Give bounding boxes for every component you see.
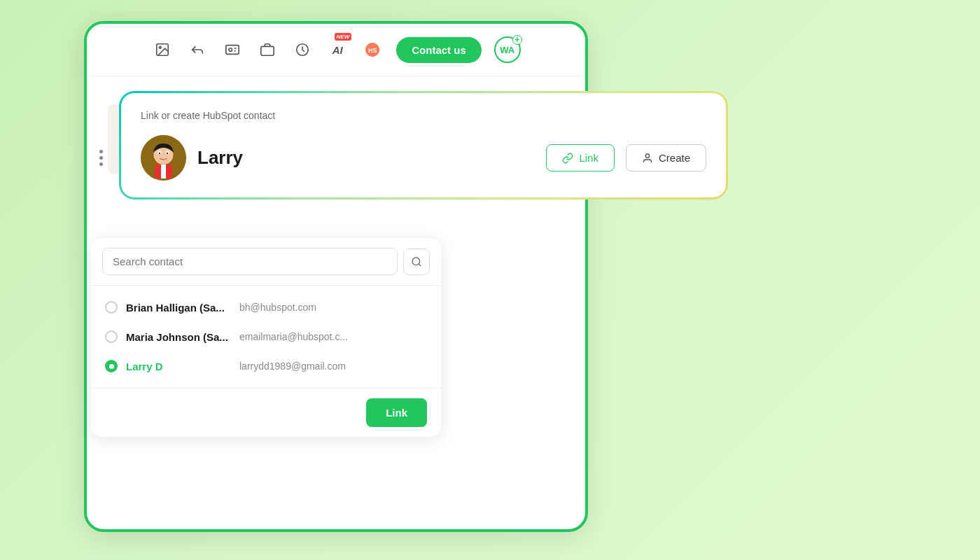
link-panel-border: Link or create HubSpot contact (119, 91, 728, 200)
link-panel-title: Link or create HubSpot contact (141, 110, 706, 121)
contact-card-icon[interactable] (221, 38, 244, 61)
svg-point-12 (159, 153, 160, 154)
svg-line-19 (419, 264, 421, 266)
search-panel-footer: Link (91, 388, 441, 437)
svg-text:HS: HS (368, 47, 377, 54)
contact-email-2: emailmaria@hubspot.c... (239, 331, 348, 342)
svg-point-3 (229, 48, 232, 52)
contact-name-1: Brian Halligan (Sa... (126, 302, 231, 314)
contact-item-2[interactable]: Maria Johnson (Sa... emailmaria@hubspot.… (91, 322, 441, 351)
search-panel: Brian Halligan (Sa... bh@hubspot.com Mar… (91, 238, 441, 437)
link-panel: Link or create HubSpot contact (121, 93, 726, 197)
contact-list: Brian Halligan (Sa... bh@hubspot.com Mar… (91, 286, 441, 388)
radio-3[interactable] (105, 360, 118, 372)
svg-rect-4 (261, 46, 274, 55)
contact-row: Larry Link Create (141, 135, 706, 181)
wa-plus-icon: + (512, 35, 522, 45)
radio-1[interactable] (105, 301, 118, 314)
briefcase-icon[interactable] (256, 38, 279, 61)
reply-icon[interactable] (186, 38, 209, 61)
ai-icon[interactable]: AI new (326, 38, 349, 61)
svg-rect-16 (161, 164, 166, 178)
radio-inner-3 (109, 364, 114, 369)
contact-name: Larry (197, 147, 535, 169)
search-input[interactable] (102, 248, 398, 275)
dot-2 (99, 156, 103, 160)
search-icon (411, 256, 422, 267)
create-button-label: Create (659, 152, 690, 164)
svg-point-1 (160, 46, 162, 48)
link-button-label: Link (579, 152, 598, 164)
image-icon[interactable] (151, 38, 174, 61)
wa-badge[interactable]: WA + (494, 36, 521, 63)
contact-name-3: Larry D (126, 360, 231, 372)
svg-point-17 (645, 154, 649, 158)
link-btn-green[interactable]: Link (366, 398, 427, 427)
link-icon (562, 153, 573, 164)
new-badge: new (335, 33, 352, 41)
contact-email-1: bh@hubspot.com (239, 302, 316, 313)
radio-2[interactable] (105, 330, 118, 343)
link-button[interactable]: Link (546, 144, 615, 172)
contact-item-3[interactable]: Larry D larrydd1989@gmail.com (91, 351, 441, 381)
clock-icon[interactable] (291, 38, 314, 61)
sidebar-dots (99, 150, 103, 166)
search-button[interactable] (403, 248, 430, 275)
dot-1 (99, 150, 103, 153)
contact-name-2: Maria Johnson (Sa... (126, 331, 231, 343)
avatar (141, 135, 186, 181)
contact-us-button[interactable]: Contact us (396, 37, 482, 63)
create-icon (642, 153, 653, 164)
toolbar: AI new HS Contact us WA + (87, 24, 585, 76)
dot-3 (99, 162, 103, 166)
create-button[interactable]: Create (626, 144, 706, 172)
svg-point-13 (167, 153, 168, 154)
wa-label: WA (500, 45, 514, 55)
hubspot-icon[interactable]: HS (361, 38, 384, 61)
search-bar (91, 238, 441, 286)
svg-point-18 (412, 258, 420, 265)
contact-item-1[interactable]: Brian Halligan (Sa... bh@hubspot.com (91, 293, 441, 322)
contact-email-3: larrydd1989@gmail.com (239, 360, 346, 372)
